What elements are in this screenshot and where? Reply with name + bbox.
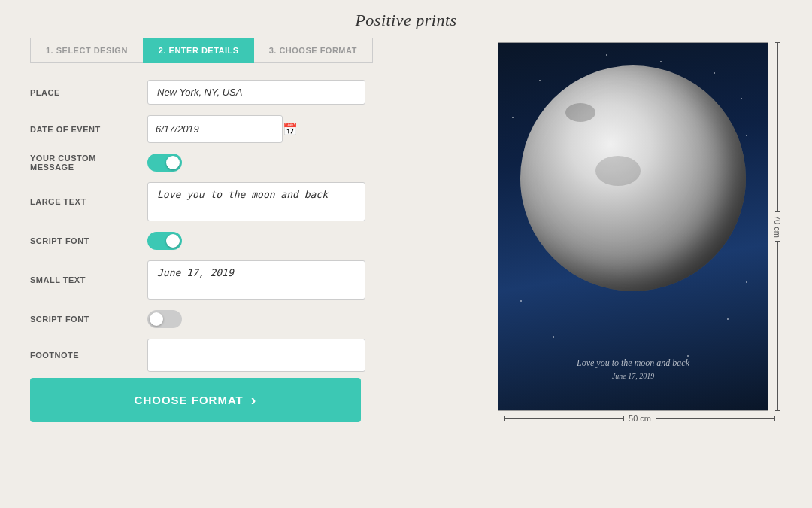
moon-illustration	[520, 65, 746, 291]
step-select-design[interactable]: 1. SELECT DESIGN	[30, 38, 143, 63]
calendar-icon[interactable]: 📅	[283, 122, 298, 136]
date-wrapper[interactable]: 📅	[147, 115, 283, 143]
place-label: PLACE	[30, 88, 135, 97]
small-text-row: SMALL TEXT June 17, 2019	[30, 260, 475, 300]
right-panel: Love you to the moon and back June 17, 2…	[498, 38, 782, 423]
cta-arrow: ›	[251, 391, 257, 409]
place-row: PLACE	[30, 80, 475, 105]
choose-format-button[interactable]: CHOOSE FORMAT ›	[30, 378, 361, 422]
script-font-label-1: SCRIPT FONT	[30, 236, 135, 245]
cta-label: CHOOSE FORMAT	[135, 394, 244, 406]
width-label: 50 cm	[624, 414, 656, 423]
large-text-row: LARGE TEXT Love you to the moon and back	[30, 182, 475, 221]
height-dimension: 70 cm	[773, 42, 782, 411]
date-row: DATE OF EVENT 📅	[30, 115, 475, 143]
form-section: PLACE DATE OF EVENT 📅 YOUR CUSTOM MESSAG…	[30, 80, 475, 372]
step-enter-details[interactable]: 2. ENTER DETAILS	[143, 38, 254, 63]
logo: Positive prints	[355, 0, 456, 38]
width-line	[504, 418, 624, 419]
width-line-2	[656, 418, 775, 419]
poster-large-text: Love you to the moon and back	[498, 357, 768, 369]
script-font-label-2: SCRIPT FONT	[30, 315, 135, 324]
height-line-2	[777, 241, 778, 411]
place-input[interactable]	[147, 80, 365, 105]
poster-small-text: June 17, 2019	[498, 372, 768, 380]
poster-text-overlay: Love you to the moon and back June 17, 2…	[498, 357, 768, 380]
footnote-input[interactable]	[147, 339, 365, 372]
custom-message-row: YOUR CUSTOM MESSAGE	[30, 154, 475, 172]
height-label: 70 cm	[773, 212, 782, 241]
poster-wrapper: Love you to the moon and back June 17, 2…	[498, 42, 782, 411]
step-choose-format[interactable]: 3. CHOOSE FORMAT	[254, 38, 373, 63]
script-font-row-2: SCRIPT FONT	[30, 310, 475, 328]
script-font-toggle-2[interactable]	[147, 310, 182, 328]
script-font-row-1: SCRIPT FONT	[30, 232, 475, 250]
height-line	[777, 42, 778, 212]
custom-message-label: YOUR CUSTOM MESSAGE	[30, 154, 135, 172]
left-panel: 1. SELECT DESIGN 2. ENTER DETAILS 3. CHO…	[30, 38, 475, 423]
script-font-toggle-1[interactable]	[147, 232, 182, 250]
small-text-input[interactable]: June 17, 2019	[147, 260, 365, 300]
large-text-input[interactable]: Love you to the moon and back	[147, 182, 365, 221]
date-input[interactable]	[156, 123, 283, 135]
large-text-label: LARGE TEXT	[30, 197, 135, 206]
small-text-label: SMALL TEXT	[30, 275, 135, 284]
width-dimension: 50 cm	[504, 414, 775, 423]
date-label: DATE OF EVENT	[30, 125, 135, 134]
footnote-row: FOOTNOTE	[30, 339, 475, 372]
custom-message-toggle[interactable]	[147, 154, 182, 172]
poster-preview: Love you to the moon and back June 17, 2…	[498, 42, 768, 411]
steps-nav: 1. SELECT DESIGN 2. ENTER DETAILS 3. CHO…	[30, 38, 475, 63]
footnote-label: FOOTNOTE	[30, 351, 135, 360]
